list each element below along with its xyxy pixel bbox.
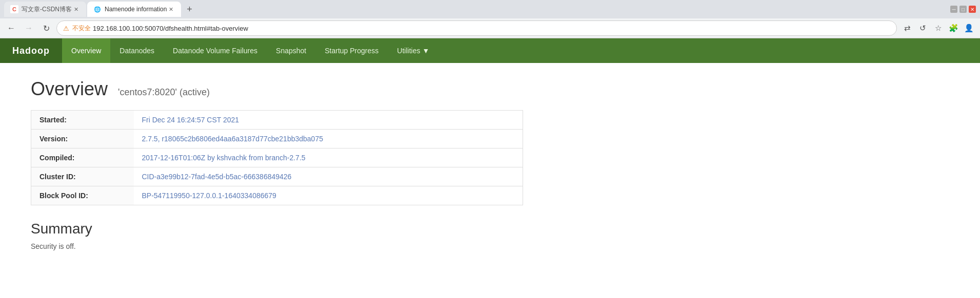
tab-close-csdn[interactable]: ✕ [72, 5, 80, 13]
tab-namenode[interactable]: 🌐 Namenode information ✕ [87, 2, 181, 17]
dropdown-arrow-icon: ▼ [422, 47, 429, 55]
tab-favicon-csdn: C [10, 5, 18, 13]
nav-link-datanode-volume-failures[interactable]: Datanode Volume Failures [164, 38, 267, 63]
tab-close-namenode[interactable]: ✕ [167, 5, 175, 13]
table-cell-label: Block Pool ID: [31, 186, 134, 205]
translate-button[interactable]: ⇄ [900, 21, 914, 35]
profile-button[interactable]: 👤 [962, 21, 976, 35]
table-row: Cluster ID:CID-a3e99b12-7fad-4e5d-b5ac-6… [31, 167, 523, 186]
main-content: Overview 'centos7:8020' (active) Started… [0, 63, 980, 266]
table-row: Block Pool ID:BP-547119950-127.0.0.1-164… [31, 186, 523, 205]
url-text: 192.168.100.100:50070/dfshealth.html#tab… [93, 25, 248, 32]
summary-title: Summary [31, 221, 949, 237]
nav-link-utilities[interactable]: Utilities ▼ [388, 38, 438, 63]
tab-csdn[interactable]: C 写文章-CSDN博客 ✕ [4, 2, 86, 17]
page-title: Overview 'centos7:8020' (active) [31, 78, 949, 100]
table-cell-value: Fri Dec 24 16:24:57 CST 2021 [134, 111, 523, 130]
tab-bar: C 写文章-CSDN博客 ✕ 🌐 Namenode information ✕ … [0, 0, 980, 18]
tab-label-csdn: 写文章-CSDN博客 [22, 5, 72, 14]
table-cell-value: BP-547119950-127.0.0.1-1640334086679 [134, 186, 523, 205]
refresh-button[interactable]: ↻ [39, 21, 53, 35]
nav-link-startup-progress[interactable]: Startup Progress [315, 38, 388, 63]
maximize-button[interactable]: □ [959, 6, 967, 13]
navbar: Hadoop Overview Datanodes Datanode Volum… [0, 38, 980, 63]
navbar-links: Overview Datanodes Datanode Volume Failu… [62, 38, 438, 63]
table-row: Compiled:2017-12-16T01:06Z by kshvachk f… [31, 148, 523, 167]
address-bar[interactable]: ⚠ 不安全 192.168.100.100:50070/dfshealth.ht… [56, 20, 897, 36]
table-cell-label: Compiled: [31, 148, 134, 167]
reload-button[interactable]: ↺ [915, 21, 930, 35]
nav-link-overview[interactable]: Overview [62, 38, 110, 63]
forward-button[interactable]: → [22, 21, 36, 35]
table-cell-label: Started: [31, 111, 134, 130]
minimize-button[interactable]: ─ [950, 6, 957, 13]
table-row: Version:2.7.5, r18065c2b6806ed4aa6a3187d… [31, 130, 523, 148]
back-button[interactable]: ← [4, 21, 18, 35]
window-controls: ─ □ ✕ [950, 6, 976, 13]
table-row: Started:Fri Dec 24 16:24:57 CST 2021 [31, 111, 523, 130]
nav-link-datanodes[interactable]: Datanodes [110, 38, 164, 63]
table-cell-value: CID-a3e99b12-7fad-4e5d-b5ac-666386849426 [134, 167, 523, 186]
insecure-label: 不安全 [72, 24, 91, 33]
bookmark-button[interactable]: ☆ [931, 21, 945, 35]
new-tab-button[interactable]: + [182, 2, 196, 16]
table-cell-value: 2.7.5, r18065c2b6806ed4aa6a3187d77cbe21b… [134, 130, 523, 148]
page-subtitle: 'centos7:8020' (active) [118, 87, 210, 97]
close-button[interactable]: ✕ [969, 6, 976, 13]
table-cell-value: 2017-12-16T01:06Z by kshvachk from branc… [134, 148, 523, 167]
insecure-icon: ⚠ [63, 25, 69, 32]
extensions-button[interactable]: 🧩 [946, 21, 961, 35]
address-bar-row: ← → ↻ ⚠ 不安全 192.168.100.100:50070/dfshea… [0, 18, 980, 38]
nav-link-snapshot[interactable]: Snapshot [267, 38, 315, 63]
browser-chrome: C 写文章-CSDN博客 ✕ 🌐 Namenode information ✕ … [0, 0, 980, 38]
tab-favicon-namenode: 🌐 [93, 5, 102, 13]
summary-subtitle: Security is off. [31, 242, 949, 250]
info-table: Started:Fri Dec 24 16:24:57 CST 2021Vers… [31, 110, 523, 205]
address-bar-actions: ⇄ ↺ ☆ 🧩 👤 [900, 21, 976, 35]
table-cell-label: Version: [31, 130, 134, 148]
tab-label-namenode: Namenode information [105, 6, 167, 13]
table-cell-label: Cluster ID: [31, 167, 134, 186]
navbar-brand[interactable]: Hadoop [0, 38, 62, 63]
